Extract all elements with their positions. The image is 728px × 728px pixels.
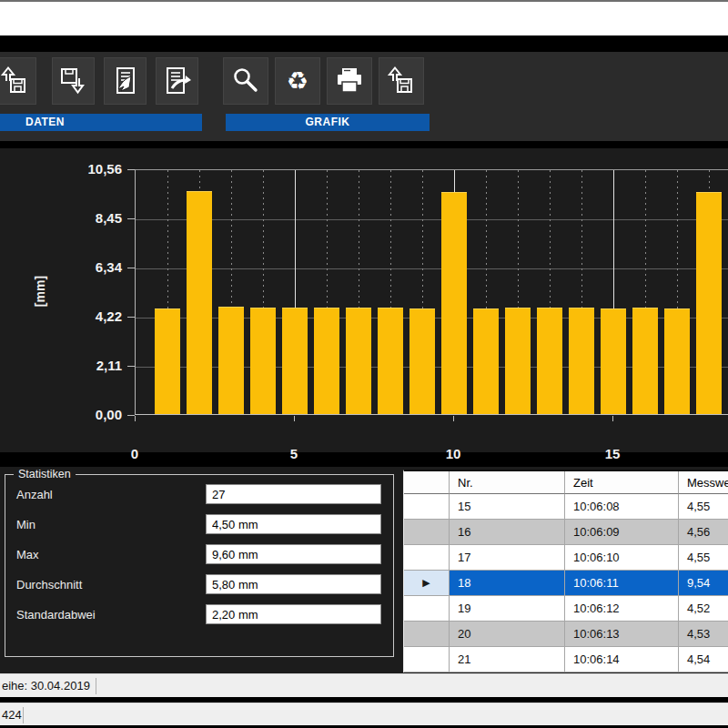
table-row[interactable]: 1510:06:084,55 [404, 494, 728, 520]
cell-zeit[interactable]: 10:06:11 [565, 571, 679, 596]
row-header-cell[interactable] [404, 647, 450, 672]
chart-bar [537, 308, 562, 414]
toolbar-group-label-grafik: GRAFIK [226, 114, 430, 131]
toolbar: ♻ DATEN GRAFIK [0, 52, 728, 141]
toolbar-button-refresh-graph[interactable]: ♻ [275, 57, 320, 105]
window-titlebar-area [0, 2, 728, 35]
cell-nr[interactable]: 20 [450, 622, 565, 647]
floppy-arrow-down-icon [57, 66, 90, 96]
chart-bar [187, 191, 212, 415]
table-row[interactable]: 2110:06:144,54 [404, 647, 728, 672]
cell-nr[interactable]: 17 [450, 545, 565, 571]
cell-messwert[interactable]: 4,55 [679, 545, 728, 571]
chart-bar [155, 308, 180, 414]
stat-input-max[interactable] [206, 544, 381, 564]
y-tick-label: 6,34 [0, 259, 122, 276]
y-tick-label: 10,56 [0, 161, 122, 177]
magnifier-icon [229, 66, 262, 96]
row-header-cell[interactable] [404, 494, 450, 520]
toolbar-button-load-data[interactable] [0, 57, 36, 105]
cell-zeit[interactable]: 10:06:09 [565, 520, 679, 545]
toolbar-button-export-data[interactable] [156, 57, 198, 105]
table-header-row: Nr.ZeitMesswert [404, 471, 728, 494]
table-row[interactable]: 1910:06:124,52 [404, 596, 728, 622]
x-tick-mark [135, 416, 136, 421]
stat-input-standardabweichung[interactable] [206, 604, 381, 624]
cell-nr[interactable]: 16 [450, 520, 565, 545]
cell-nr[interactable]: 15 [450, 494, 565, 520]
floppy-arrow-up-icon [0, 66, 31, 96]
cell-messwert[interactable]: 4,54 [679, 647, 728, 672]
cell-nr[interactable]: 21 [450, 647, 565, 672]
stat-label-standardabweichung: Standardabwei [16, 606, 96, 624]
statusbar-series-text: eihe: 30.04.2019 [0, 679, 90, 693]
chart-bar [632, 308, 658, 414]
stat-input-durchschnitt[interactable] [206, 574, 381, 594]
table-row[interactable]: 1610:06:094,56 [404, 520, 728, 545]
table-row[interactable]: 2010:06:134,53 [404, 622, 728, 647]
gridline-horizontal [136, 268, 728, 269]
bottom-section: Statistiken AnzahlMinMaxDurchschnittStan… [0, 467, 728, 673]
x-tick-label: 0 [119, 446, 150, 461]
chart-bar [664, 308, 690, 414]
row-header-cell[interactable] [404, 545, 450, 571]
measurement-table: Nr.ZeitMesswert1510:06:084,551610:06:094… [403, 470, 728, 672]
y-tick-label: 8,45 [0, 210, 122, 227]
toolbar-button-print-graph[interactable] [327, 57, 372, 105]
cell-zeit[interactable]: 10:06:10 [565, 545, 679, 571]
stat-label-min: Min [16, 516, 35, 534]
toolbar-group-label-daten: DATEN [0, 114, 202, 131]
row-header-cell[interactable] [404, 622, 450, 647]
cell-messwert[interactable]: 4,53 [679, 622, 728, 647]
table-row[interactable]: 1710:06:104,55 [404, 545, 728, 571]
y-tick-mark [127, 268, 135, 268]
cell-messwert[interactable]: 4,52 [679, 596, 728, 622]
chart-bar [410, 308, 435, 414]
cell-zeit[interactable]: 10:06:13 [565, 622, 679, 647]
x-tick-label: 10 [438, 446, 469, 461]
selected-row-marker-icon: ▶ [422, 577, 430, 589]
stat-input-anzahl[interactable] [206, 484, 381, 504]
column-header-messwert[interactable]: Messwert [679, 471, 728, 494]
toolbar-button-save-data[interactable] [52, 57, 95, 105]
stat-label-durchschnitt: Durchschnitt [16, 576, 82, 594]
row-header-cell[interactable]: ▶ [404, 571, 450, 596]
chart-bar [696, 192, 722, 414]
chart-bar [282, 308, 308, 414]
toolbar-button-export-graph[interactable] [379, 57, 424, 105]
chart-bar [346, 308, 371, 414]
stat-label-anzahl: Anzahl [16, 486, 53, 504]
chart-bar [314, 308, 339, 414]
cell-zeit[interactable]: 10:06:14 [565, 647, 679, 672]
cell-messwert[interactable]: 4,55 [679, 494, 728, 520]
floppy-arrow-up-icon [385, 66, 418, 96]
cell-nr[interactable]: 18 [450, 571, 565, 596]
app-window: ♻ DATEN GRAFIK [mm] 0,002,114,226,348, [0, 0, 728, 728]
cell-nr[interactable]: 19 [450, 596, 565, 622]
toolbar-button-zoom-graph[interactable] [223, 57, 268, 105]
cell-messwert[interactable]: 9,54 [679, 571, 728, 596]
row-header-cell[interactable] [404, 520, 450, 545]
column-header-zeit[interactable]: Zeit [565, 471, 679, 494]
stat-input-min[interactable] [206, 514, 381, 534]
column-header-nr[interactable]: Nr. [450, 471, 565, 494]
y-tick-label: 4,22 [0, 308, 122, 325]
table-row[interactable]: ▶1810:06:119,54 [404, 571, 728, 596]
row-header-cell[interactable] [404, 596, 450, 622]
chart-bar [505, 308, 531, 414]
separator-band-top [0, 35, 728, 52]
statusbar-separator [96, 678, 96, 694]
y-tick-mark [127, 415, 135, 416]
printer-icon [332, 66, 367, 96]
cell-zeit[interactable]: 10:06:08 [565, 494, 679, 520]
statistics-groupbox: Statistiken AnzahlMinMaxDurchschnittStan… [5, 474, 394, 657]
chart-bar [473, 308, 499, 414]
statusbar-device: 424 [0, 703, 728, 725]
y-tick-mark [127, 218, 135, 219]
cell-messwert[interactable]: 4,56 [679, 520, 728, 545]
y-tick-mark [127, 169, 135, 170]
toolbar-button-import-data[interactable] [104, 57, 147, 105]
chart-bar [569, 308, 594, 414]
cell-zeit[interactable]: 10:06:12 [565, 596, 679, 622]
chart-bar [218, 307, 244, 414]
